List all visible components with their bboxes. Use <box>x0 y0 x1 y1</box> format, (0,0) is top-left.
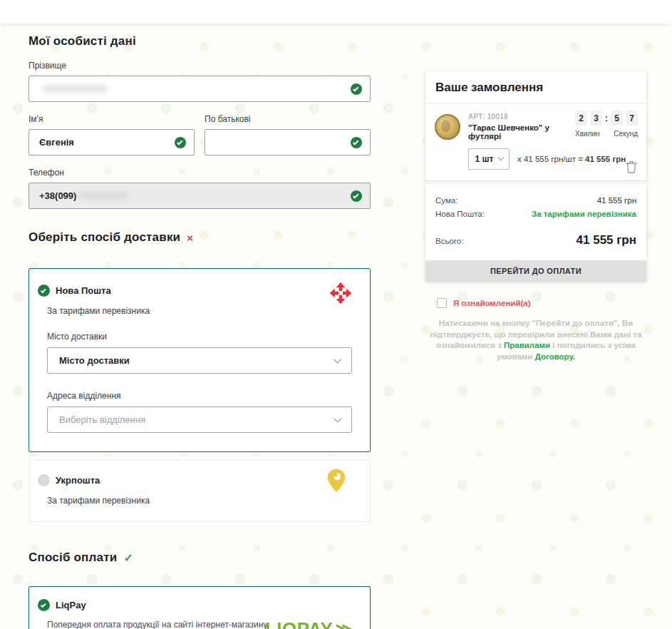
quantity-select[interactable]: 1 шт <box>468 148 510 170</box>
name-label: Ім'я <box>29 114 195 124</box>
redacted-phone-digits <box>79 192 129 200</box>
quantity-value: 1 шт <box>475 154 494 164</box>
agreement-text: Натискаючи на кнопку "Перейти до оплати"… <box>425 318 646 362</box>
delivery-option-ukrposhta[interactable]: Укрпошта За тарифами перевізника <box>29 459 371 522</box>
valid-check-mark-icon: ✓ <box>123 551 133 565</box>
nova-poshta-arrows-icon <box>329 281 353 305</box>
nova-poshta-tariff: За тарифами перевізника <box>47 306 352 316</box>
phone-value: +38(099) <box>39 190 76 201</box>
patronymic-label: По батькові <box>205 114 371 124</box>
valid-check-icon <box>351 190 362 202</box>
proceed-to-payment-button[interactable]: ПЕРЕЙТИ ДО ОПЛАТИ <box>425 260 646 282</box>
ukrposhta-map-pin-icon <box>326 468 346 494</box>
chevron-down-icon <box>498 155 504 160</box>
terms-checkbox-row: Я ознайомлений(а) <box>437 298 646 308</box>
trash-icon[interactable] <box>626 160 637 173</box>
name-value: Євгенія <box>39 137 74 148</box>
payment-section-title: Спосіб оплати ✓ <box>29 551 371 565</box>
payment-title-text: Спосіб оплати <box>29 551 117 565</box>
branch-address-label: Адреса відділення <box>47 391 352 401</box>
branch-address-select[interactable]: Виберіть відділення <box>47 406 352 433</box>
personal-data-title-text: Мої особисті дані <box>29 34 136 48</box>
delivery-city-label: Місто доставки <box>47 332 352 342</box>
delivery-option-nova-poshta[interactable]: Нова Пошта За тарифами перевізника Місто… <box>29 268 371 452</box>
product-coin-image <box>435 114 460 140</box>
name-input[interactable]: Євгенія <box>29 129 195 155</box>
timer-seconds-label: Секунд <box>614 130 638 138</box>
grand-total-value: 41 555 грн <box>577 233 636 247</box>
chevron-down-icon <box>334 414 341 422</box>
ukrposhta-tariff: За тарифами перевізника <box>47 496 352 506</box>
liqpay-name: LiqPay <box>56 600 86 610</box>
line-total: 41 555 грн <box>585 155 626 163</box>
liqpay-logo-chevrons-icon: ≫ <box>335 620 353 629</box>
phone-input[interactable]: +38(099) <box>29 183 371 209</box>
liqpay-description: Попередня оплата продукції на сайті інте… <box>47 619 293 629</box>
shipping-label: Нова Пошта: <box>435 210 485 218</box>
timer-digit: 7 <box>626 111 638 126</box>
sum-label: Сума: <box>435 196 458 205</box>
delivery-title-text: Оберіть спосіб доставки <box>29 230 180 245</box>
liqpay-logo-text: LIQPAY <box>265 618 333 629</box>
delivery-section-title: Оберіть спосіб доставки × <box>29 230 371 245</box>
order-header: Ваше замовлення <box>425 71 646 103</box>
timer-digit: 5 <box>611 111 623 126</box>
valid-check-icon <box>351 83 362 95</box>
timer-minutes-label: Хвилин <box>575 130 600 138</box>
product-sku: АРТ: 10018 <box>468 113 558 121</box>
surname-label: Прізвище <box>29 61 371 71</box>
order-summary-card: Ваше замовлення АРТ: 10018 "Тарас Шевчен… <box>425 71 646 282</box>
liqpay-logo: LIQPAY ≫ <box>265 618 353 629</box>
delivery-city-value: Місто доставки <box>59 355 130 366</box>
checkout-form-column: Мої особисті дані Прізвище Ім'я Євгенія … <box>29 34 371 629</box>
personal-data-title: Мої особисті дані <box>29 34 371 48</box>
redacted-surname-value <box>42 85 108 93</box>
surname-input[interactable] <box>29 76 371 102</box>
contract-link[interactable]: Договору. <box>535 352 575 361</box>
product-name: "Тарас Шевченко" у футлярі <box>468 123 558 140</box>
top-header-shadow-bar <box>0 0 672 24</box>
branch-address-placeholder: Виберіть відділення <box>59 414 145 425</box>
order-title: Ваше замовлення <box>435 81 636 95</box>
price-line: х 41 555 грн/шт = 41 555 грн <box>517 155 626 163</box>
order-product-row: АРТ: 10018 "Тарас Шевченко" у футлярі 2 … <box>425 103 646 181</box>
timer-digit: 3 <box>590 111 602 126</box>
sum-value: 41 555 грн <box>597 196 636 205</box>
terms-checkbox-label: Я ознайомлений(а) <box>453 299 531 307</box>
order-totals: Сума: 41 555 грн Нова Пошта: За тарифами… <box>425 185 646 260</box>
terms-checkbox[interactable] <box>437 298 447 308</box>
radio-checked-icon[interactable] <box>38 599 50 611</box>
delivery-city-select[interactable]: Місто доставки <box>47 347 352 374</box>
nova-poshta-name: Нова Пошта <box>56 285 111 296</box>
valid-check-icon <box>351 137 362 148</box>
shipping-value: За тарифами перевізника <box>532 210 636 218</box>
invalid-x-icon: × <box>187 232 193 244</box>
valid-check-icon <box>175 137 186 148</box>
grand-total-label: Всього: <box>435 237 463 245</box>
timer-digit: 2 <box>575 111 587 126</box>
reservation-timer: 2 3 : 5 7 Хвилин Секунд <box>575 111 638 138</box>
ukrposhta-name: Укрпошта <box>56 475 100 486</box>
price-per-unit: х 41 555 грн/шт = <box>517 155 583 163</box>
checkout-page: Мої особисті дані Прізвище Ім'я Євгенія … <box>0 0 672 629</box>
chevron-down-icon <box>334 355 341 363</box>
radio-checked-icon[interactable] <box>38 285 50 297</box>
phone-label: Телефон <box>29 168 371 178</box>
rules-link[interactable]: Правилами <box>504 341 550 349</box>
patronymic-input[interactable] <box>205 129 371 155</box>
radio-unchecked-icon[interactable] <box>38 474 50 486</box>
payment-option-liqpay[interactable]: LiqPay Попередня оплата продукції на сай… <box>29 586 371 629</box>
order-summary-column: Ваше замовлення АРТ: 10018 "Тарас Шевчен… <box>425 71 646 362</box>
timer-colon: : <box>605 113 608 123</box>
